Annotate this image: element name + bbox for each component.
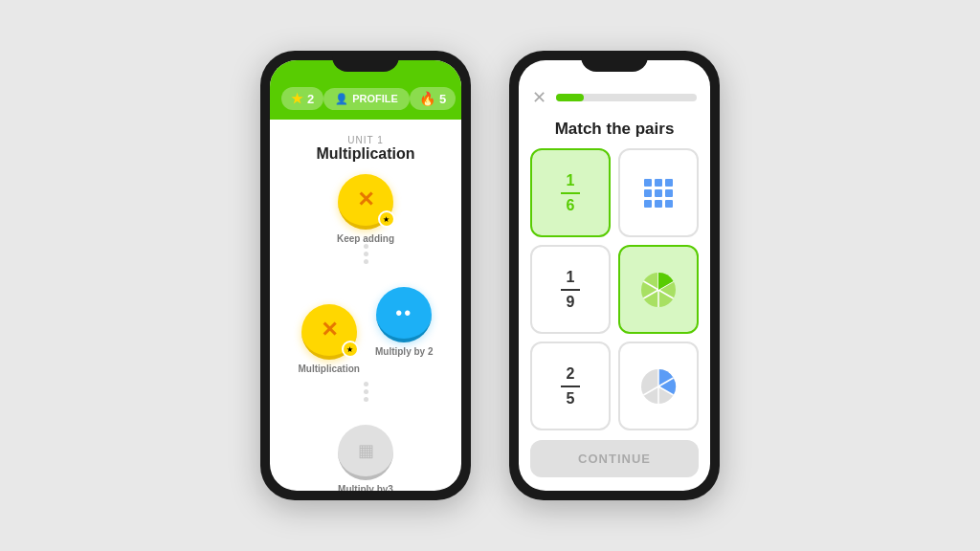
progress-bar-bg	[556, 94, 697, 101]
pair-card-pie-blue[interactable]	[618, 342, 699, 430]
fraction-line-2	[561, 289, 580, 291]
numerator-1-6: 1	[567, 171, 575, 189]
numerator-1-9: 1	[567, 268, 575, 286]
dot	[364, 244, 368, 249]
match-title: Match the pairs	[519, 120, 710, 139]
dot	[364, 259, 368, 264]
notch-2	[581, 51, 648, 72]
gems-count: 5	[439, 92, 446, 106]
dot	[364, 252, 368, 256]
phone1-body: UNIT 1 Multiplication ✕ ★ Keep adding	[270, 120, 461, 491]
keep-adding-label: Keep adding	[337, 233, 394, 244]
scene: ★ 2 👤 PROFILE 🔥 5 UNIT 1 Multiplica	[0, 0, 980, 551]
grid-dot	[665, 189, 673, 197]
grid-dot	[644, 200, 652, 208]
multiplication-btn[interactable]: ✕ ★	[301, 304, 357, 360]
unit-label: UNIT 1	[347, 135, 384, 145]
multiply-by-3-label: Multiply by3	[338, 484, 393, 491]
star-badge-2: ★	[342, 341, 359, 358]
dots-icon: ••	[395, 302, 412, 324]
gems-badge[interactable]: 🔥 5	[410, 87, 456, 110]
dot	[364, 389, 368, 394]
profile-button[interactable]: 👤 PROFILE	[323, 88, 410, 110]
phone2-content: ✕ Match the pairs 1 6	[519, 60, 710, 491]
lesson-multiply-by-2[interactable]: •• Multiply by 2	[375, 287, 434, 357]
grid-dot	[665, 179, 673, 187]
denominator-1-9: 9	[567, 293, 575, 311]
grid-dots-icon	[644, 179, 673, 208]
grid-dot	[655, 179, 662, 187]
person-icon: 👤	[335, 93, 348, 105]
multiply-by-2-btn[interactable]: ••	[376, 287, 432, 342]
fraction-line-3	[561, 386, 580, 387]
grid-dot	[665, 200, 673, 208]
notch-1	[332, 51, 399, 72]
x-icon-2: ✕	[321, 318, 338, 342]
pie-green-icon	[637, 269, 679, 311]
row-pair-2: ✕ ★ Multiplication •• Multiply by 2	[298, 287, 433, 374]
multiply-by-3-btn[interactable]: ▦	[338, 425, 393, 480]
star-icon: ★	[291, 91, 303, 106]
phone-1-inner: ★ 2 👤 PROFILE 🔥 5 UNIT 1 Multiplica	[270, 60, 461, 491]
multiplication-label: Multiplication	[298, 364, 359, 374]
connector-1	[364, 244, 368, 264]
grid-dot	[655, 200, 662, 208]
grid-dot	[655, 189, 662, 197]
pair-card-grid[interactable]	[618, 148, 699, 237]
phone-1: ★ 2 👤 PROFILE 🔥 5 UNIT 1 Multiplica	[260, 51, 471, 500]
star-badge-1: ★	[378, 210, 395, 228]
profile-label: PROFILE	[352, 93, 398, 104]
x-icon-1: ✕	[357, 187, 374, 212]
pair-card-1-9[interactable]: 1 9	[530, 245, 611, 334]
grid-dot	[644, 189, 652, 197]
pie-blue-icon	[637, 365, 679, 408]
pair-card-pie-green[interactable]	[618, 245, 699, 334]
phone-2: ✕ Match the pairs 1 6	[509, 51, 720, 500]
fraction-1-6: 1 6	[561, 171, 580, 213]
stars-count: 2	[307, 92, 314, 106]
phone-2-inner: ✕ Match the pairs 1 6	[519, 60, 710, 491]
close-button[interactable]: ✕	[532, 87, 546, 108]
lessons-path: ✕ ★ Keep adding	[283, 174, 448, 491]
lesson-keep-adding[interactable]: ✕ ★ Keep adding	[337, 174, 394, 244]
grid-dot	[644, 179, 652, 187]
dot	[364, 382, 368, 386]
pairs-grid: 1 6	[519, 148, 710, 430]
lesson-multiplication[interactable]: ✕ ★ Multiplication	[298, 304, 359, 374]
fire-icon: 🔥	[419, 91, 435, 106]
fraction-line-1	[561, 192, 580, 194]
grid-icon-gray: ▦	[358, 440, 374, 461]
connector-2	[364, 382, 368, 402]
multiply-by-2-label: Multiply by 2	[375, 346, 434, 357]
unit-title: Multiplication	[316, 145, 414, 163]
stars-badge[interactable]: ★ 2	[281, 87, 323, 110]
pair-card-1-6[interactable]: 1 6	[530, 148, 611, 237]
fraction-1-9: 1 9	[561, 268, 580, 310]
progress-bar-fill	[556, 94, 584, 101]
dot	[364, 397, 368, 402]
continue-button[interactable]: CONTINUE	[530, 440, 699, 477]
lesson-multiply-by-3[interactable]: ▦ Multiply by3	[338, 425, 393, 491]
pair-card-2-5[interactable]: 2 5	[530, 342, 611, 430]
denominator-1-6: 6	[567, 196, 575, 214]
keep-adding-btn[interactable]: ✕ ★	[338, 174, 393, 230]
phone1-content: ★ 2 👤 PROFILE 🔥 5 UNIT 1 Multiplica	[270, 60, 461, 491]
fraction-2-5: 2 5	[561, 364, 580, 407]
numerator-2-5: 2	[567, 364, 575, 383]
denominator-2-5: 5	[567, 389, 575, 408]
